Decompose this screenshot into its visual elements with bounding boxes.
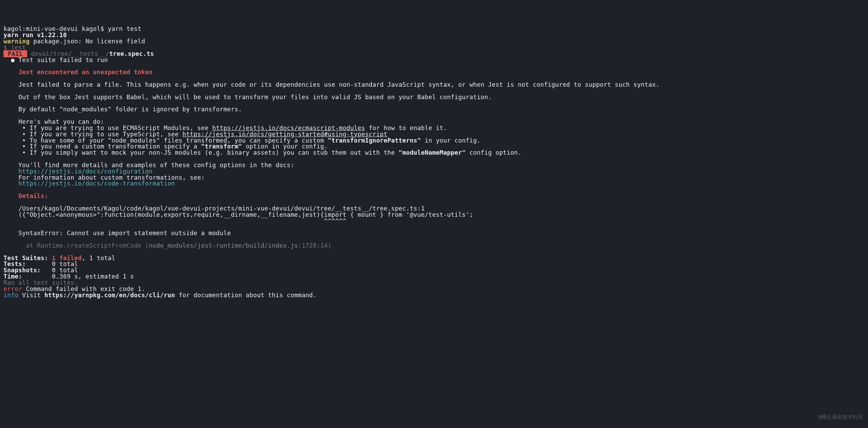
warning-message: package.json: No license field (30, 38, 145, 45)
error-paragraph: Jest failed to parse a file. This happen… (3, 81, 660, 88)
bullet-item-tail: in your config. (421, 137, 481, 144)
info-label: info (3, 292, 18, 299)
stack-at: at Runtime.createScriptFromCode ( (3, 242, 149, 249)
error-paragraph: By default "node_modules" folder is igno… (3, 106, 242, 113)
details-heading: Details: (3, 192, 48, 199)
error-paragraph: Out of the box Jest supports Babel, whic… (3, 94, 492, 101)
error-heading: Jest encountered an unexpected token (3, 69, 152, 76)
info-post: for documentation about this command. (175, 292, 317, 299)
stack-location: :1728:14 (298, 242, 328, 249)
jest-invoke: $ jest (3, 44, 26, 51)
bullet-item: • If you simply want to mock your non-JS… (3, 149, 399, 156)
config-key: "moduleNameMapper" (399, 149, 466, 156)
suite-fail-text: Test suite failed to run (18, 57, 108, 63)
terminal-output[interactable]: kagol:mini-vue-devui kagol$ yarn test ya… (3, 26, 865, 298)
bullet-icon: ● (3, 57, 18, 63)
fail-path-file: tree.spec.ts (109, 50, 154, 57)
shell-command: yarn test (108, 25, 142, 32)
syntax-error: SyntaxError: Cannot use import statement… (3, 230, 231, 237)
info-link[interactable]: https://yarnpkg.com/en/docs/cli/run (44, 292, 175, 299)
summary-suites-rest: , 1 total (82, 255, 115, 262)
detail-caret: ^^^^^^ (3, 217, 347, 224)
config-key: "transformIgnorePatterns" (328, 137, 421, 144)
stack-close: ) (328, 242, 332, 249)
stack-file: node_modules/jest-runtime/build/index.js (149, 242, 298, 249)
bullet-item-tail: config option. (466, 149, 521, 156)
info-pre: Visit (18, 292, 44, 299)
doc-link[interactable]: https://jestjs.io/docs/code-transformati… (3, 180, 175, 187)
